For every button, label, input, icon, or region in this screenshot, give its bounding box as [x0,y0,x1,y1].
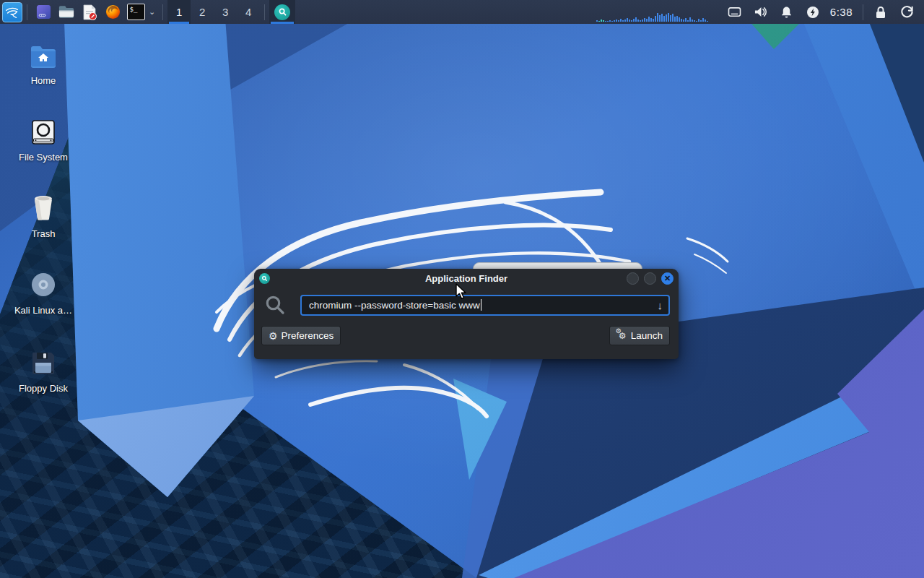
home-folder-icon [30,40,57,68]
text-caret [481,299,482,311]
cpu-bar [616,20,617,22]
desktop-icon-trash[interactable]: Trash [6,194,81,239]
cpu-bar [676,16,678,22]
document-icon [82,4,97,20]
cpu-bar [670,15,671,22]
command-entry[interactable]: chromium --password-store=basic www ↓ [300,295,670,316]
appfinder-icon [274,4,290,20]
cpu-bar [696,21,697,22]
cpu-bar [609,20,611,22]
cpu-bar [601,20,602,22]
logout-icon[interactable] [899,5,914,20]
panel-separator [264,4,265,20]
launcher-desktop-app[interactable] [32,1,54,23]
cpu-bar [681,19,682,22]
launch-button[interactable]: ⚙ ⚙ Launch [609,326,670,345]
preferences-button[interactable]: ⚙ Preferences [261,326,341,345]
desktop-icon-label: Trash [32,228,56,239]
terminal-icon: $_ [127,4,145,20]
cpu-bar [659,15,661,22]
close-button[interactable]: ✕ [661,272,674,285]
launcher-text-editor[interactable] [79,1,100,23]
cpu-bar [672,14,674,22]
desktop-icon-label: File System [19,152,68,163]
floppy-disk-icon [31,348,56,376]
desktop-icon-label: Kali Linux a… [14,305,72,316]
desktop-icon-floppy[interactable]: Floppy Disk [6,348,81,394]
cpu-bar [689,17,691,22]
cpu-bar [683,20,684,22]
launcher-firefox[interactable] [102,1,123,23]
entry-dropdown-arrow-icon[interactable]: ↓ [658,299,663,311]
folder-icon [58,5,74,19]
workspace-switcher-2[interactable]: 2 [191,0,214,24]
trash-can-icon [32,194,55,221]
cpu-bar [629,20,630,22]
gear-icon: ⚙ [269,331,278,341]
notifications-bell-icon[interactable] [780,5,794,20]
minimize-button[interactable] [627,272,639,285]
top-panel: $_ ⌄ 1 2 3 4 [0,0,924,24]
power-manager-icon[interactable] [806,5,820,20]
workspace-switcher-3[interactable]: 3 [214,0,237,24]
cpu-bar [637,20,639,22]
lock-screen-icon[interactable] [873,5,888,20]
firefox-icon [105,4,121,20]
cpu-bar [624,20,626,22]
kali-logo-icon [4,4,20,20]
cpu-bar [687,20,689,22]
network-tray-icon[interactable] [728,5,742,20]
maximize-button[interactable] [644,272,656,285]
launcher-terminal[interactable]: $_ [125,1,147,23]
cpu-bar [694,20,695,22]
desktop-icon-label: Home [31,75,56,86]
panel-separator [863,4,863,20]
cpu-bar [655,16,656,22]
window-app-icon [36,4,51,20]
launch-gears-icon: ⚙ ⚙ [616,330,627,341]
search-icon [264,294,286,316]
cpu-bar [620,19,622,22]
cpu-bar [666,14,667,22]
panel-right-cluster: 6:38 [596,0,924,24]
workspace-switcher-4[interactable]: 4 [237,0,260,24]
cpu-bar [668,13,669,22]
applications-menu-button[interactable] [2,2,22,22]
dialog-button-row: ⚙ Preferences ⚙ ⚙ Launch [254,316,679,345]
cpu-bar [705,20,706,22]
cpu-bar [650,18,652,22]
desktop-icon-kali-volume[interactable]: Kali Linux a… [6,270,81,316]
launch-button-label: Launch [631,330,663,341]
launcher-file-manager[interactable] [56,1,77,23]
terminal-dropdown-chevron-icon[interactable]: ⌄ [149,7,155,17]
desktop-icon-filesystem[interactable]: File System [6,117,81,163]
panel-separator [27,4,27,20]
disc-icon [30,270,56,298]
cpu-bar [653,19,654,22]
cpu-bar [596,20,598,22]
desktop-icon-home[interactable]: Home [6,40,81,86]
cpu-bar [657,13,658,22]
cpu-bar [633,19,635,22]
cpu-graph[interactable] [596,3,712,22]
panel-clock[interactable]: 6:38 [830,6,853,18]
cpu-bar [644,18,645,22]
cpu-bar [627,18,628,22]
volume-tray-icon[interactable] [754,5,768,20]
workspace-switcher-1[interactable]: 1 [167,0,191,24]
cpu-bar [674,17,676,22]
cpu-bar [631,20,632,22]
cpu-bar [702,18,704,22]
cpu-bar [635,17,637,22]
cpu-bar [640,20,641,22]
cpu-bar [607,21,609,22]
cpu-bar [707,21,708,22]
cpu-bar [663,16,665,22]
harddrive-icon [30,117,56,144]
cpu-bar [685,18,687,22]
appfinder-taskbar-button[interactable] [269,0,295,24]
dialog-title: Application Finder [254,273,679,284]
application-finder-dialog: Application Finder ✕ chromium --password… [254,269,679,359]
cpu-bar [692,20,693,22]
cpu-bar [648,17,650,22]
